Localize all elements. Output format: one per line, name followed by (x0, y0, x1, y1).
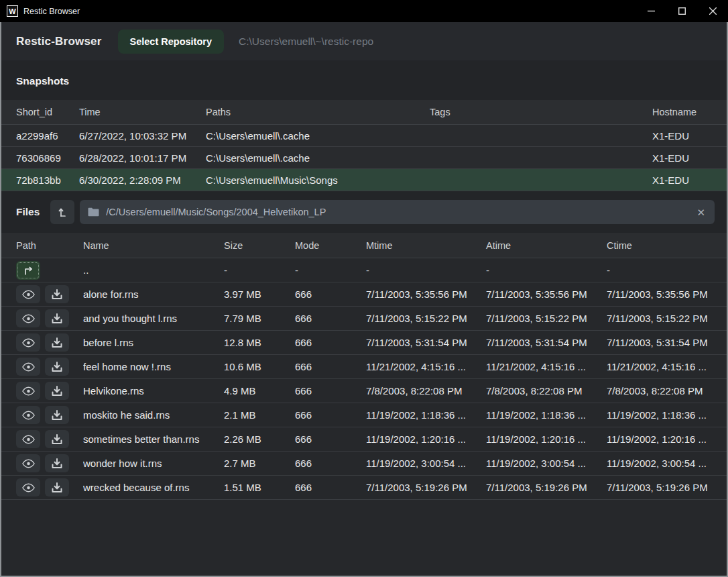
preview-file-button[interactable] (16, 333, 40, 352)
download-icon (52, 458, 62, 469)
file-atime: 7/11/2003, 5:15:22 PM (486, 313, 607, 324)
file-ctime: 7/11/2003, 5:15:22 PM (607, 313, 716, 324)
file-name: moskito he said.rns (83, 409, 224, 421)
file-row: wonder how it.rns 2.7 MB 666 11/19/2002,… (1, 452, 727, 476)
snapshots-table-body: a2299af6 6/27/2022, 10:03:32 PM C:\Users… (1, 125, 727, 191)
files-col-mode: Mode (295, 240, 366, 251)
download-icon (52, 434, 62, 445)
app-icon: W (7, 5, 18, 17)
app-title: Restic-Browser (16, 35, 102, 48)
file-mtime: 7/8/2003, 8:22:08 PM (366, 385, 486, 397)
go-to-root-button[interactable] (50, 200, 74, 224)
file-name: alone for.rns (83, 288, 224, 300)
snapshots-col-tags: Tags (430, 107, 652, 117)
arrow-up-from-line-icon (56, 206, 68, 218)
download-file-button[interactable] (45, 478, 69, 496)
files-col-name: Name (83, 240, 224, 251)
file-ctime: 11/19/2002, 1:20:16 ... (607, 433, 716, 445)
file-atime: 7/8/2003, 8:22:08 PM (486, 385, 607, 397)
download-file-button[interactable] (45, 309, 69, 327)
files-col-ctime: Ctime (607, 240, 716, 251)
file-mode: 666 (295, 458, 366, 469)
file-ctime: 11/21/2002, 4:15:16 ... (607, 361, 716, 372)
download-file-button[interactable] (45, 406, 69, 424)
file-row: feel home now !.rns 10.6 MB 666 11/21/20… (1, 355, 727, 379)
file-size: 2.1 MB (224, 409, 295, 421)
file-mode: 666 (295, 337, 366, 348)
select-repository-button[interactable]: Select Repository (118, 30, 225, 54)
files-bar: Files ✕ (16, 200, 715, 224)
download-icon (52, 386, 62, 397)
file-row: alone for.rns 3.97 MB 666 7/11/2003, 5:3… (1, 282, 727, 307)
file-mode: 666 (295, 385, 366, 397)
file-size: 3.97 MB (224, 288, 295, 300)
empty-area (1, 500, 727, 576)
file-mtime: 7/11/2003, 5:19:26 PM (366, 482, 486, 493)
download-icon (52, 362, 62, 372)
close-button[interactable] (697, 0, 728, 22)
maximize-button[interactable] (666, 0, 697, 22)
file-name: feel home now !.rns (83, 361, 224, 372)
file-ctime: 11/19/2002, 1:18:36 ... (607, 409, 716, 421)
preview-file-button[interactable] (16, 309, 40, 327)
snapshot-row[interactable]: 72b813bb 6/30/2022, 2:28:09 PM C:\Users\… (1, 169, 727, 191)
file-name: before l.rns (83, 337, 224, 348)
titlebar: W Restic Browser (0, 0, 728, 22)
preview-file-button[interactable] (16, 285, 40, 303)
file-size: 7.79 MB (224, 313, 295, 324)
file-atime: 7/11/2003, 5:35:56 PM (486, 288, 607, 300)
file-ctime: 7/11/2003, 5:19:26 PM (607, 482, 716, 493)
file-atime: 11/19/2002, 1:18:36 ... (486, 409, 607, 421)
snapshot-time: 6/28/2022, 10:01:17 PM (79, 152, 206, 164)
preview-file-button[interactable] (16, 430, 40, 448)
preview-file-button[interactable] (16, 406, 40, 424)
files-col-mtime: Mtime (366, 240, 486, 251)
file-mode: 666 (295, 361, 366, 372)
eye-icon (22, 338, 35, 348)
file-ctime: 7/11/2003, 5:31:54 PM (607, 337, 716, 348)
app-window: W Restic Browser Restic-Browser Select R… (0, 0, 728, 577)
file-atime: 7/11/2003, 5:31:54 PM (486, 337, 607, 348)
preview-file-button[interactable] (16, 382, 40, 400)
minimize-button[interactable] (635, 0, 666, 22)
path-input[interactable] (106, 207, 695, 217)
clear-path-button[interactable]: ✕ (695, 207, 707, 217)
download-file-button[interactable] (45, 430, 69, 448)
snapshot-paths: C:\Users\emuell\.cache (206, 152, 430, 164)
file-mtime: 7/11/2003, 5:31:54 PM (366, 337, 486, 348)
file-row: moskito he said.rns 2.1 MB 666 11/19/200… (1, 403, 727, 427)
snapshot-row[interactable]: 76306869 6/28/2022, 10:01:17 PM C:\Users… (1, 147, 727, 169)
current-path-bar[interactable]: ✕ (80, 200, 715, 224)
file-name: wrecked because of.rns (83, 482, 224, 493)
file-row: before l.rns 12.8 MB 666 7/11/2003, 5:31… (1, 331, 727, 355)
download-file-button[interactable] (45, 333, 69, 352)
preview-file-button[interactable] (16, 478, 40, 496)
parent-row-size: - (224, 264, 295, 276)
preview-file-button[interactable] (16, 454, 40, 472)
snapshots-col-shortid: Short_id (16, 107, 79, 117)
eye-icon (22, 435, 35, 444)
eye-icon (22, 314, 35, 323)
file-name: wonder how it.rns (83, 458, 224, 469)
file-mtime: 7/11/2003, 5:35:56 PM (366, 288, 486, 300)
file-row: sometimes better than.rns 2.26 MB 666 11… (1, 427, 727, 452)
files-col-path: Path (16, 240, 83, 251)
eye-icon (22, 483, 35, 492)
file-atime: 7/11/2003, 5:19:26 PM (486, 482, 607, 493)
file-mtime: 11/19/2002, 1:20:16 ... (366, 433, 486, 445)
window-title: Restic Browser (23, 7, 80, 16)
download-file-button[interactable] (45, 358, 69, 376)
download-icon (52, 337, 62, 348)
snapshots-col-hostname: Hostname (652, 107, 716, 117)
parent-directory-row: .. - - - - - (1, 258, 727, 282)
download-file-button[interactable] (45, 454, 69, 472)
snapshot-row[interactable]: a2299af6 6/27/2022, 10:03:32 PM C:\Users… (1, 125, 727, 147)
download-file-button[interactable] (45, 382, 69, 400)
go-to-parent-button[interactable] (16, 261, 40, 280)
preview-file-button[interactable] (16, 358, 40, 376)
file-mode: 666 (295, 288, 366, 300)
download-file-button[interactable] (45, 285, 69, 303)
file-name: and you thought l.rns (83, 313, 224, 324)
file-mode: 666 (295, 433, 366, 445)
close-icon (709, 7, 717, 15)
